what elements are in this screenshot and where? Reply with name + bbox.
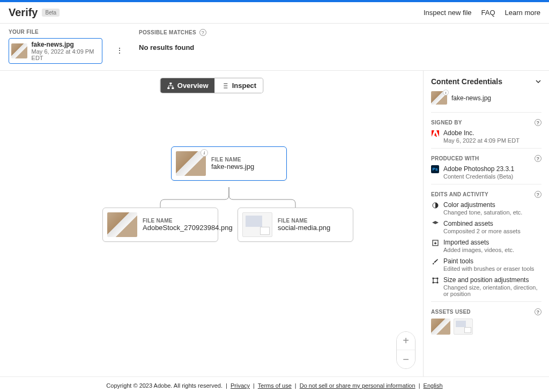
footer-dnsmpi-link[interactable]: Do not sell or share my personal informa… [300, 382, 416, 389]
node-filename: social-media.png [278, 224, 330, 232]
app-title: Verify [9, 6, 38, 19]
info-icon[interactable]: ? [199, 29, 206, 36]
photoshop-icon: Ps [431, 165, 439, 173]
view-mode-toggle: Overview Inspect [160, 78, 263, 93]
node-filename: AdobeStock_270923984.png [143, 224, 233, 232]
graph-node-asset-1[interactable]: FILE NAME AdobeStock_270923984.png [102, 208, 218, 242]
graph-node-root[interactable]: i FILE NAME fake-news.jpg [171, 146, 287, 181]
zoom-out-button[interactable]: − [397, 350, 415, 368]
edits-activity-header: EDITS AND ACTIVITY ? [431, 191, 541, 198]
chevron-down-icon [535, 78, 541, 85]
info-icon[interactable]: ? [535, 191, 541, 198]
inspect-tab[interactable]: Inspect [215, 78, 263, 93]
your-file-thumbnail [11, 43, 27, 58]
edit-paint-tools: Paint toolsEdited with brushes or eraser… [431, 257, 541, 272]
assets-used-header: ASSETS USED ? [431, 308, 541, 315]
produced-with-header: PRODUCED WITH ? [431, 155, 541, 162]
header-nav: Inspect new file FAQ Learn more [424, 9, 540, 17]
node-label: FILE NAME [278, 218, 330, 224]
node-thumbnail: i [176, 151, 206, 176]
node-label: FILE NAME [143, 218, 233, 224]
sidebar-filename: fake-news.jpg [451, 94, 491, 102]
nav-learn-more[interactable]: Learn more [505, 9, 540, 17]
svg-rect-11 [433, 278, 437, 283]
graph-canvas[interactable]: Overview Inspect i FILE NAME fake-news.j… [0, 71, 424, 376]
credentials-badge-icon: i [201, 149, 208, 157]
beta-badge: Beta [42, 9, 60, 17]
zoom-controls: + − [396, 331, 416, 369]
adobe-logo-icon [431, 129, 439, 137]
layers-icon [431, 220, 439, 228]
node-label: FILE NAME [211, 157, 254, 162]
footer-terms-link[interactable]: Terms of use [258, 382, 292, 389]
main-content: Overview Inspect i FILE NAME fake-news.j… [0, 71, 549, 376]
your-file-col: YOUR FILE fake-news.jpg May 6, 2022 at 4… [9, 29, 102, 64]
file-bar: YOUR FILE fake-news.jpg May 6, 2022 at 4… [0, 24, 549, 71]
footer: Copyright © 2023 Adobe. All rights reser… [0, 376, 549, 392]
sidebar-header[interactable]: Content Credentials [431, 77, 541, 86]
list-icon [221, 82, 229, 90]
svg-point-15 [437, 282, 438, 283]
info-icon[interactable]: ? [535, 119, 541, 126]
node-filename: fake-news.jpg [211, 162, 254, 171]
possible-matches-col: POSSIBLE MATCHES ? No results found [139, 29, 206, 51]
color-adjust-icon [431, 201, 439, 209]
produced-with-row: Ps Adobe Photoshop 23.3.1 Content Creden… [431, 165, 541, 180]
edit-combined-assets: Combined assetsComposited 2 or more asse… [431, 220, 541, 234]
edit-color-adjustments: Color adjustmentsChanged tone, saturatio… [431, 201, 541, 216]
svg-rect-0 [169, 83, 172, 84]
no-results-text: No results found [139, 43, 206, 51]
svg-point-14 [433, 282, 434, 283]
your-file-label: YOUR FILE [9, 29, 102, 35]
edit-imported-assets: Imported assetsAdded images, videos, etc… [431, 239, 541, 253]
footer-language-link[interactable]: English [424, 382, 443, 389]
possible-matches-label: POSSIBLE MATCHES [139, 29, 196, 35]
signed-by-row: Adobe Inc. May 6, 2022 at 4:09 PM EDT [431, 129, 541, 144]
sidebar-title: Content Credentials [431, 77, 502, 86]
your-file-card[interactable]: fake-news.jpg May 6, 2022 at 4:09 PM EDT [9, 38, 102, 64]
zoom-in-button[interactable]: + [397, 332, 415, 350]
nav-inspect-new-file[interactable]: Inspect new file [424, 9, 472, 17]
copyright-text: Copyright © 2023 Adobe. All rights reser… [106, 382, 222, 389]
transform-icon [431, 276, 439, 284]
edit-size-position: Size and position adjustmentsChanged siz… [431, 276, 541, 297]
svg-rect-2 [172, 87, 174, 89]
svg-rect-1 [167, 87, 169, 89]
node-thumbnail [242, 212, 272, 237]
file-actions-menu[interactable]: ⋮ [115, 46, 124, 55]
sidebar-thumbnail: i [431, 91, 447, 105]
import-icon [431, 239, 439, 247]
credentials-sidebar: Content Credentials i fake-news.jpg SIGN… [424, 71, 549, 376]
your-file-date: May 6, 2022 at 4:09 PM EDT [32, 48, 98, 61]
node-thumbnail [107, 212, 137, 237]
info-icon[interactable]: ? [535, 308, 541, 315]
footer-privacy-link[interactable]: Privacy [231, 382, 250, 389]
nav-faq[interactable]: FAQ [481, 9, 495, 17]
info-icon[interactable]: ? [535, 155, 541, 162]
tree-icon [167, 82, 174, 90]
overview-tab[interactable]: Overview [160, 78, 215, 93]
top-header: Verify Beta Inspect new file FAQ Learn m… [0, 0, 549, 24]
your-file-name: fake-news.jpg [32, 41, 98, 48]
asset-thumb-2[interactable] [454, 319, 473, 335]
graph-node-asset-2[interactable]: FILE NAME social-media.png [238, 208, 353, 242]
brush-icon [431, 257, 439, 265]
signed-by-header: SIGNED BY ? [431, 119, 541, 126]
assets-used-thumbs [431, 319, 541, 335]
credentials-badge-icon: i [443, 90, 449, 95]
sidebar-file-row: i fake-news.jpg [431, 91, 541, 105]
brand: Verify Beta [9, 6, 60, 19]
svg-point-12 [433, 278, 434, 279]
svg-point-13 [437, 278, 438, 279]
asset-thumb-1[interactable] [431, 319, 450, 335]
